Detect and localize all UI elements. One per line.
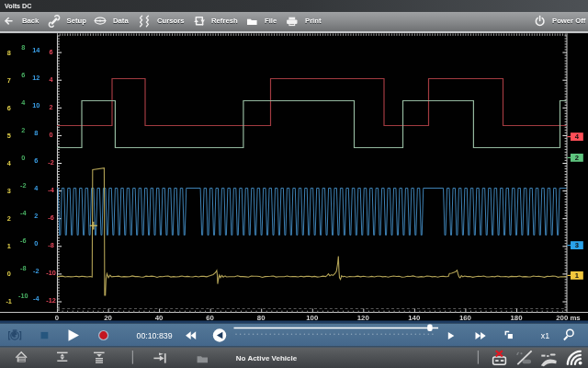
svg-text:0: 0 <box>21 154 25 162</box>
svg-text:100: 100 <box>306 314 319 322</box>
svg-text:8: 8 <box>7 49 11 57</box>
svg-text:3: 3 <box>575 241 579 249</box>
svg-text:6: 6 <box>21 71 25 79</box>
svg-text:120: 120 <box>357 314 370 322</box>
svg-text:12: 12 <box>32 74 40 82</box>
svg-text:0: 0 <box>55 314 60 322</box>
svg-text:200 ms: 200 ms <box>556 314 581 322</box>
svg-text:7: 7 <box>7 76 11 85</box>
svg-text:-2: -2 <box>48 158 54 167</box>
svg-text:-10: -10 <box>46 269 56 277</box>
svg-text:Data: Data <box>113 17 129 25</box>
svg-text:Setup: Setup <box>67 17 87 25</box>
svg-text:Volts DC: Volts DC <box>5 2 31 10</box>
svg-text:60: 60 <box>206 314 214 322</box>
svg-text:10: 10 <box>32 101 40 109</box>
svg-text:Cursors: Cursors <box>157 17 184 25</box>
svg-text:8: 8 <box>34 129 38 137</box>
svg-text:2: 2 <box>49 103 52 111</box>
svg-text:Back: Back <box>22 17 40 25</box>
svg-text:-4: -4 <box>48 186 54 194</box>
svg-text:0: 0 <box>7 270 11 278</box>
svg-text:0: 0 <box>34 239 38 247</box>
svg-text:File: File <box>265 17 277 25</box>
svg-text:Power Off: Power Off <box>552 17 586 25</box>
svg-text:2: 2 <box>34 212 38 220</box>
svg-text:2: 2 <box>575 154 579 162</box>
svg-text:2: 2 <box>7 214 11 223</box>
svg-text:5: 5 <box>7 132 11 140</box>
svg-text:No Active Vehicle: No Active Vehicle <box>236 354 298 362</box>
svg-text:6: 6 <box>7 104 11 112</box>
svg-text:-8: -8 <box>48 241 54 249</box>
svg-text:-1: -1 <box>6 297 12 305</box>
svg-text:Print: Print <box>305 17 322 25</box>
svg-text:2: 2 <box>21 126 25 134</box>
svg-text:140: 140 <box>408 314 421 322</box>
svg-text:00:10:839: 00:10:839 <box>137 331 173 340</box>
svg-text:0: 0 <box>49 131 52 139</box>
svg-text:180: 180 <box>510 314 523 322</box>
svg-text:-6: -6 <box>48 213 54 222</box>
svg-text:40: 40 <box>155 314 164 322</box>
svg-text:-4: -4 <box>20 209 27 217</box>
svg-text:-8: -8 <box>20 264 27 272</box>
svg-text:6: 6 <box>34 156 38 165</box>
svg-text:-12: -12 <box>46 296 56 305</box>
svg-text:Refresh: Refresh <box>211 17 238 25</box>
svg-text:8: 8 <box>21 43 25 52</box>
svg-text:-2: -2 <box>20 181 27 190</box>
svg-text:20: 20 <box>104 314 112 322</box>
svg-text:80: 80 <box>257 314 266 322</box>
svg-text:160: 160 <box>459 314 472 322</box>
svg-text:-6: -6 <box>20 236 27 245</box>
svg-text:1: 1 <box>7 242 11 250</box>
svg-text:3: 3 <box>7 187 11 195</box>
svg-text:14: 14 <box>32 46 40 54</box>
svg-text:-4: -4 <box>33 294 40 303</box>
svg-text:-2: -2 <box>33 267 40 275</box>
svg-text:6: 6 <box>49 48 52 56</box>
svg-text:x1: x1 <box>541 331 549 340</box>
svg-text:-10: -10 <box>18 292 28 300</box>
